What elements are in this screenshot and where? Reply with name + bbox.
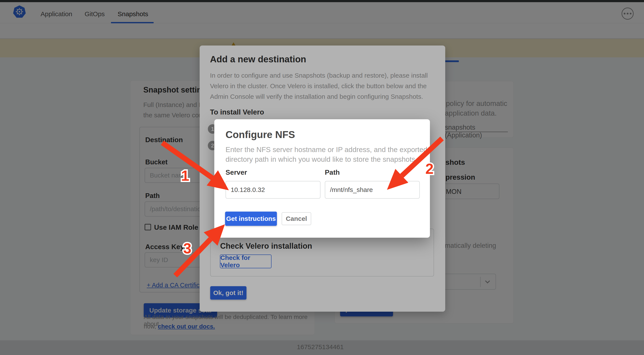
nfs-server-label: Server (226, 168, 247, 176)
configure-nfs-modal: Configure NFS Enter the NFS server hostn… (214, 119, 430, 238)
nfs-desc-line2: directory path in which you would like t… (226, 155, 417, 163)
nfs-path-label: Path (325, 168, 340, 176)
nfs-server-input[interactable] (226, 181, 320, 199)
nfs-desc-line1: Enter the NFS server hostname or IP addr… (226, 146, 427, 154)
configure-nfs-title: Configure NFS (226, 129, 295, 140)
cancel-button[interactable]: Cancel (282, 212, 311, 225)
nfs-path-input[interactable] (325, 181, 420, 199)
screen: Application GitOps Snapshots Full Snapsh… (0, 0, 644, 355)
get-instructions-button[interactable]: Get instructions (225, 212, 277, 226)
